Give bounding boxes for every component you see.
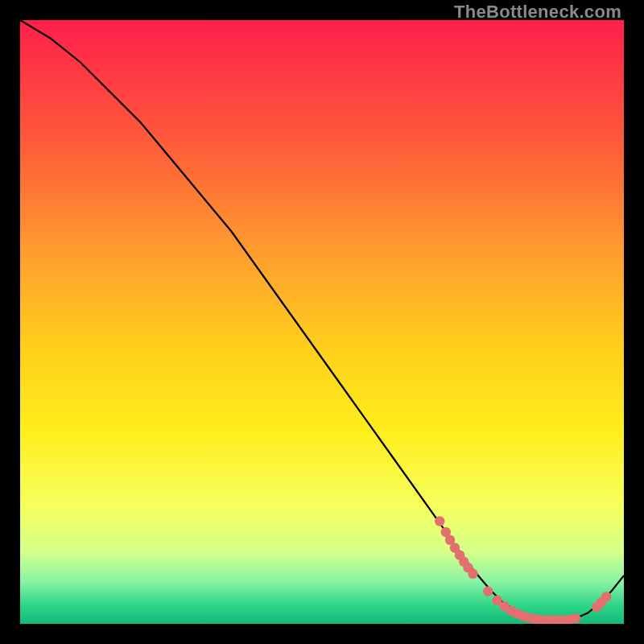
data-marker bbox=[483, 586, 493, 596]
data-marker bbox=[435, 516, 444, 526]
chart-svg bbox=[20, 20, 624, 624]
chart-area bbox=[20, 20, 624, 624]
data-marker bbox=[468, 569, 477, 579]
data-marker bbox=[601, 592, 611, 601]
gradient-background bbox=[20, 20, 624, 624]
stage: TheBottleneck.com bbox=[0, 0, 644, 644]
data-marker bbox=[571, 613, 580, 623]
